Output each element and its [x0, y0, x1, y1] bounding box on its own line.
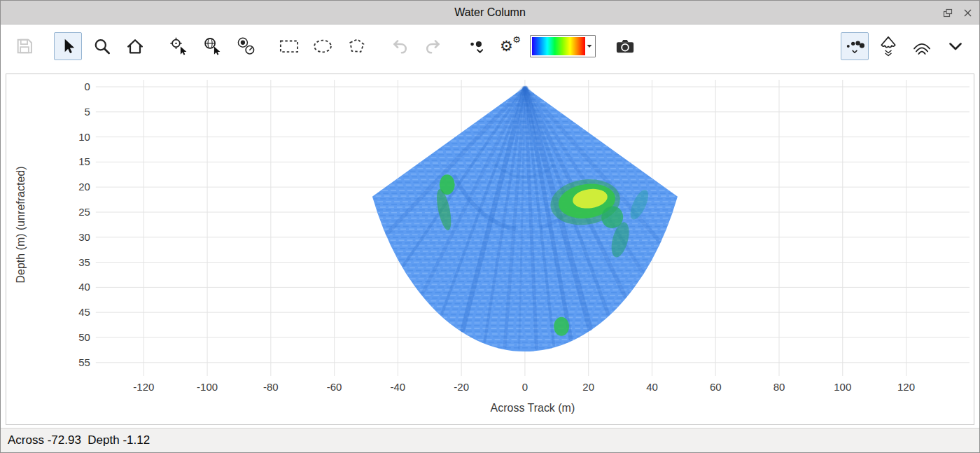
- gears-icon: ⚙⚙: [500, 36, 521, 57]
- pick-geographic-button[interactable]: [198, 32, 226, 60]
- svg-text:Across Track (m): Across Track (m): [491, 402, 575, 414]
- colormap-selector[interactable]: [530, 35, 596, 57]
- svg-text:0: 0: [522, 381, 528, 393]
- float-window-icon[interactable]: [941, 6, 954, 19]
- svg-text:40: 40: [646, 381, 658, 393]
- dot-compass-icon: [236, 36, 255, 56]
- select-rectangle-button[interactable]: [275, 32, 303, 60]
- titlebar-controls: [941, 1, 974, 25]
- dashed-rectangle-icon: [279, 36, 300, 56]
- pick-measure-button[interactable]: [232, 32, 260, 60]
- svg-text:100: 100: [834, 381, 851, 393]
- toolbar: ⚙⚙: [1, 25, 979, 68]
- select-polygon-button[interactable]: [342, 32, 370, 60]
- pick-point-button[interactable]: [164, 32, 192, 60]
- svg-text:45: 45: [78, 306, 90, 318]
- svg-text:-60: -60: [327, 381, 342, 393]
- window-title: Water Column: [454, 6, 526, 19]
- dashed-polygon-icon: [346, 36, 367, 56]
- status-bar: Across -72.93 Depth -1.12: [1, 428, 979, 452]
- water-column-window: Water Column: [0, 0, 980, 453]
- redo-button[interactable]: [419, 32, 447, 60]
- undo-button[interactable]: [386, 32, 414, 60]
- svg-text:80: 80: [774, 381, 785, 393]
- svg-text:20: 20: [78, 181, 90, 193]
- wc-fan-view-button[interactable]: [874, 32, 902, 60]
- camera-icon: [615, 36, 636, 56]
- svg-text:Depth (m) (unrefracted): Depth (m) (unrefracted): [15, 167, 27, 284]
- cursor-arrow-icon: [59, 37, 77, 55]
- svg-text:50: 50: [78, 331, 90, 343]
- redo-icon: [424, 36, 443, 56]
- save-icon: [15, 36, 34, 56]
- chevron-down-icon: [945, 36, 966, 56]
- close-icon[interactable]: [961, 6, 974, 19]
- svg-text:60: 60: [710, 381, 722, 393]
- water-column-plot[interactable]: 0510152025303540455055-120-100-80-60-40-…: [6, 74, 974, 424]
- wc-stacked-view-button[interactable]: [908, 32, 936, 60]
- undo-icon: [390, 36, 410, 56]
- save-button[interactable]: [10, 32, 38, 60]
- wc-points-view-button[interactable]: [841, 32, 869, 60]
- svg-text:0: 0: [85, 81, 90, 92]
- colormap-dropdown-icon: [585, 44, 594, 48]
- points-icon: [844, 36, 865, 57]
- colormap-swatch: [532, 37, 585, 55]
- svg-text:-40: -40: [391, 381, 406, 393]
- globe-cursor-icon: [202, 36, 222, 56]
- zoom-button[interactable]: [88, 32, 115, 60]
- svg-text:120: 120: [897, 381, 915, 393]
- svg-text:-120: -120: [133, 381, 154, 393]
- svg-text:15: 15: [78, 155, 90, 167]
- svg-text:55: 55: [78, 356, 90, 368]
- svg-text:-100: -100: [197, 381, 218, 393]
- svg-text:10: 10: [78, 131, 90, 143]
- svg-text:-20: -20: [454, 381, 469, 393]
- svg-text:25: 25: [78, 206, 90, 218]
- home-view-button[interactable]: [121, 32, 149, 60]
- dashed-ellipse-icon: [312, 36, 333, 56]
- dots-dropdown-icon: [467, 36, 486, 56]
- snapshot-button[interactable]: [611, 32, 639, 60]
- stacked-arcs-icon: [911, 36, 932, 56]
- svg-text:35: 35: [78, 256, 90, 268]
- fan-icon: [878, 35, 899, 57]
- svg-text:30: 30: [78, 231, 90, 243]
- plot-panel: 0510152025303540455055-120-100-80-60-40-…: [6, 74, 974, 425]
- select-lasso-button[interactable]: [309, 32, 337, 60]
- svg-text:-80: -80: [263, 381, 279, 393]
- svg-text:20: 20: [582, 381, 594, 393]
- svg-text:5: 5: [85, 106, 90, 118]
- settings-button[interactable]: ⚙⚙: [496, 32, 524, 60]
- more-options-button[interactable]: [941, 32, 969, 60]
- home-icon: [125, 36, 145, 56]
- point-size-button[interactable]: [463, 32, 491, 60]
- titlebar[interactable]: Water Column: [1, 1, 979, 25]
- svg-text:40: 40: [78, 281, 90, 293]
- select-cursor-button[interactable]: [54, 32, 82, 60]
- crosshair-cursor-icon: [169, 36, 188, 56]
- cursor-position-readout: Across -72.93 Depth -1.12: [8, 433, 150, 447]
- magnifier-icon: [92, 37, 111, 56]
